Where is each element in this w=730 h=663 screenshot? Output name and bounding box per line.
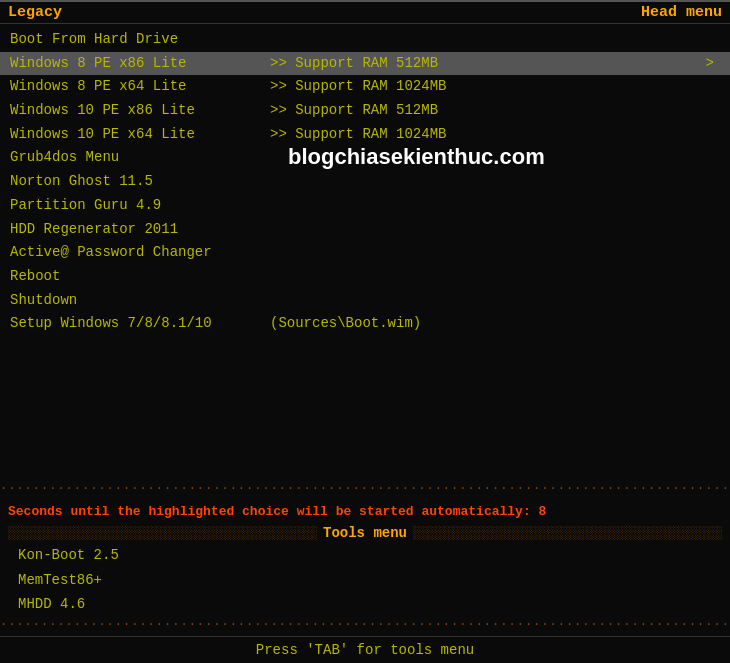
menu-item-name: Boot From Hard Drive: [10, 29, 270, 51]
menu-item-name: Partition Guru 4.9: [10, 195, 270, 217]
menu-item[interactable]: Shutdown: [0, 289, 730, 313]
boot-screen: Legacy Head menu Boot From Hard DriveWin…: [0, 0, 730, 663]
menu-item[interactable]: HDD Regenerator 2011: [0, 218, 730, 242]
menu-item[interactable]: Grub4dos Menu: [0, 146, 730, 170]
tools-dots-left: ░░░░░░░░░░░░░░░░░░░░░░░░░░░░░░░░░░░░░░░░…: [8, 526, 317, 541]
bottom-bar: Press 'TAB' for tools menu: [0, 636, 730, 663]
tools-header-row: ░░░░░░░░░░░░░░░░░░░░░░░░░░░░░░░░░░░░░░░░…: [0, 523, 730, 543]
menu-item[interactable]: Partition Guru 4.9: [0, 194, 730, 218]
header-bar: Legacy Head menu: [0, 0, 730, 24]
menu-item[interactable]: Boot From Hard Drive: [0, 28, 730, 52]
countdown-bar: Seconds until the highlighted choice wil…: [0, 499, 730, 523]
menu-item-name: Reboot: [10, 266, 270, 288]
menu-item-name: Windows 10 PE x64 Lite: [10, 124, 270, 146]
countdown-text: Seconds until the highlighted choice wil…: [8, 504, 546, 519]
tools-menu-item[interactable]: MemTest86+: [0, 568, 730, 592]
tools-label: Tools menu: [317, 525, 413, 541]
menu-item-name: Windows 10 PE x86 Lite: [10, 100, 270, 122]
menu-item[interactable]: Setup Windows 7/8/8.1/10(Sources\Boot.wi…: [0, 312, 730, 336]
menu-item-desc: >> Support RAM 1024MB: [270, 124, 446, 146]
tools-menu-item[interactable]: MHDD 4.6: [0, 592, 730, 616]
dotted-separator-bottom: ········································…: [0, 616, 730, 636]
menu-item-desc: (Sources\Boot.wim): [270, 313, 421, 335]
menu-item-name: Windows 8 PE x64 Lite: [10, 76, 270, 98]
tools-menu-item[interactable]: Kon-Boot 2.5: [0, 543, 730, 567]
press-tab-text: Press 'TAB' for tools menu: [256, 642, 474, 658]
menu-item[interactable]: Windows 8 PE x64 Lite>> Support RAM 1024…: [0, 75, 730, 99]
menu-item[interactable]: Active@ Password Changer: [0, 241, 730, 265]
menu-item-name: Grub4dos Menu: [10, 147, 270, 169]
legacy-label: Legacy: [8, 4, 62, 21]
menu-item[interactable]: Windows 8 PE x86 Lite>> Support RAM 512M…: [0, 52, 730, 76]
tools-section: Kon-Boot 2.5MemTest86+MHDD 4.6: [0, 543, 730, 616]
tools-dots-right: ░░░░░░░░░░░░░░░░░░░░░░░░░░░░░░░░░░░░░░░░…: [413, 526, 722, 541]
menu-item[interactable]: Windows 10 PE x86 Lite>> Support RAM 512…: [0, 99, 730, 123]
dotted-separator-top: ········································…: [0, 480, 730, 500]
menu-item-name: Setup Windows 7/8/8.1/10: [10, 313, 270, 335]
menu-item-desc: >> Support RAM 512MB: [270, 53, 438, 75]
menu-item-desc: >> Support RAM 1024MB: [270, 76, 446, 98]
menu-item-name: Shutdown: [10, 290, 270, 312]
menu-item-name: Active@ Password Changer: [10, 242, 270, 264]
menu-item-name: Windows 8 PE x86 Lite: [10, 53, 270, 75]
menu-item-desc: >> Support RAM 512MB: [270, 100, 438, 122]
main-menu: Boot From Hard DriveWindows 8 PE x86 Lit…: [0, 24, 730, 480]
menu-item[interactable]: Reboot: [0, 265, 730, 289]
headmenu-label: Head menu: [641, 4, 722, 21]
menu-item[interactable]: Windows 10 PE x64 Lite>> Support RAM 102…: [0, 123, 730, 147]
menu-item-name: HDD Regenerator 2011: [10, 219, 270, 241]
menu-item[interactable]: Norton Ghost 11.5: [0, 170, 730, 194]
menu-item-name: Norton Ghost 11.5: [10, 171, 270, 193]
menu-item-extra: >: [706, 53, 720, 75]
